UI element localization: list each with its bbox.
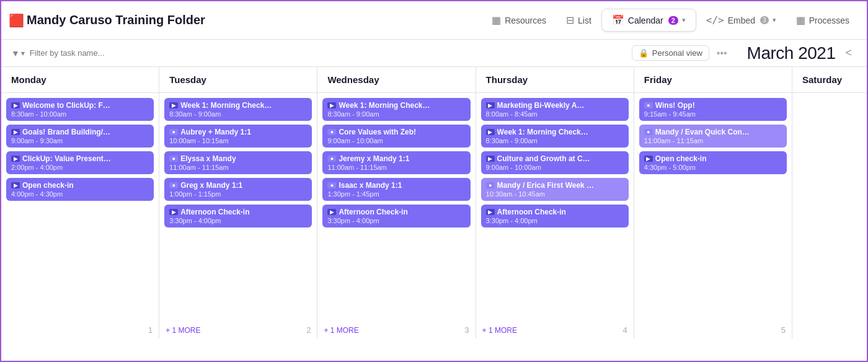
event-card[interactable]: ▶Open check-in4:30pm - 5:00pm	[639, 151, 787, 174]
event-time: 3:30pm - 4:00pm	[327, 217, 465, 224]
dot-icon: ●	[486, 182, 495, 188]
more-events-link[interactable]: + 1 MORE	[324, 326, 358, 335]
event-time: 8:30am - 9:00am	[327, 110, 465, 118]
event-card[interactable]: ▶Afternoon Check-in3:30pm - 4:00pm	[164, 205, 312, 227]
embed-chevron: ▾	[773, 16, 776, 24]
event-title: Jeremy x Mandy 1:1	[339, 154, 409, 163]
filter-chevron: ▾	[21, 49, 25, 58]
video-icon: ▶	[11, 182, 20, 188]
more-events-link[interactable]: + 1 MORE	[482, 326, 517, 335]
event-time: 10:30am - 10:45am	[486, 190, 624, 198]
event-card[interactable]: ▶Afternoon Check-in3:30pm - 4:00pm	[481, 205, 629, 227]
event-title: Elyssa x Mandy	[180, 154, 236, 163]
event-time: 11:00am - 11:15am	[169, 164, 307, 171]
tab-calendar[interactable]: 📅 Calendar 2 ▾	[601, 9, 696, 32]
event-card[interactable]: ▶Goals! Brand Building/…9:00am - 9:30am	[6, 125, 154, 148]
day-column-monday: ▶Welcome to ClickUp: F…8:30am - 10:00am▶…	[1, 93, 159, 338]
event-title: Open check-in	[22, 181, 74, 190]
event-time: 9:00am - 10:00am	[486, 164, 624, 171]
day-number: 1	[148, 325, 153, 335]
event-card[interactable]: ●Greg x Mandy 1:11:00pm - 1:15pm	[164, 178, 312, 201]
event-card[interactable]: ▶Week 1: Morning Check…8:30am - 9:00am	[322, 98, 470, 121]
event-title: Afternoon Check-in	[339, 208, 407, 216]
event-title: Core Values with Zeb!	[339, 128, 416, 136]
tab-resources[interactable]: ▦ Resources	[482, 9, 556, 31]
event-title: Mandy / Evan Quick Con…	[655, 128, 750, 136]
day-number: 3	[464, 325, 469, 335]
lock-icon: 🔒	[639, 48, 649, 58]
video-icon: ▶	[169, 102, 178, 108]
event-card[interactable]: ●Elyssa x Mandy11:00am - 11:15am	[164, 151, 312, 174]
list-icon: ⊟	[566, 14, 574, 26]
app-title: Mandy Caruso Training Folder	[27, 13, 205, 27]
day-number: 5	[781, 325, 786, 335]
event-title: Marketing Bi-Weekly A…	[497, 101, 585, 110]
event-time: 8:30am - 10:00am	[11, 110, 149, 118]
event-card[interactable]: ▶Marketing Bi-Weekly A…8:00am - 8:45am	[481, 98, 629, 121]
event-time: 4:30pm - 5:00pm	[644, 164, 782, 171]
video-icon: ▶	[486, 156, 495, 162]
tab-processes[interactable]: ▦ Processes	[786, 9, 859, 31]
app-header: 🟥 Mandy Caruso Training Folder ▦ Resourc…	[1, 1, 867, 40]
event-time: 11:00am - 11:15am	[644, 137, 782, 144]
event-card[interactable]: ●Mandy / Erica First Week …10:30am - 10:…	[481, 178, 629, 201]
month-title: March 2021	[747, 43, 836, 63]
event-card[interactable]: ▶Week 1: Morning Check…8:30am - 9:00am	[481, 125, 629, 148]
event-card[interactable]: ●Core Values with Zeb!9:00am - 10:00am	[322, 125, 470, 148]
event-card[interactable]: ●Wins! Opp!9:15am - 9:45am	[639, 98, 787, 121]
event-card[interactable]: ●Isaac x Mandy 1:11:30pm - 1:45pm	[322, 178, 470, 201]
event-title: Culture and Growth at C…	[497, 154, 590, 163]
event-card[interactable]: ●Aubrey + Mandy 1:110:00am - 10:15am	[164, 125, 312, 148]
event-time: 2:00pm - 4:00pm	[11, 164, 149, 171]
event-time: 11:00am - 11:15am	[327, 164, 465, 171]
dot-icon: ●	[169, 129, 178, 135]
header-thursday: Thursday	[476, 67, 634, 92]
video-icon: ▶	[327, 102, 336, 108]
embed-icon: </>	[706, 14, 724, 26]
resources-icon: ▦	[492, 14, 501, 26]
event-card[interactable]: ▶Afternoon Check-in3:30pm - 4:00pm	[322, 205, 470, 227]
tab-embed[interactable]: </> Embed 3 ▾	[696, 9, 786, 31]
header-wednesday: Wednesday	[317, 67, 476, 92]
calendar-chevron: ▾	[682, 16, 686, 24]
video-icon: ▶	[11, 129, 20, 135]
event-card[interactable]: ▶Open check-in4:00pm - 4:30pm	[6, 178, 154, 201]
event-card[interactable]: ▶ClickUp: Value Present…2:00pm - 4:00pm	[6, 151, 154, 174]
event-card[interactable]: ▶Welcome to ClickUp: F…8:30am - 10:00am	[6, 98, 154, 121]
event-title: Afternoon Check-in	[180, 208, 249, 216]
tab-list[interactable]: ⊟ List	[556, 9, 601, 31]
event-time: 4:00pm - 4:30pm	[11, 190, 149, 198]
sub-toolbar: ▼ ▾ 🔒 Personal view ••• March 2021 <	[1, 40, 867, 67]
video-icon: ▶	[486, 102, 495, 108]
filter-input[interactable]	[30, 48, 632, 58]
filter-icon: ▼	[11, 48, 20, 58]
dot-icon: ●	[644, 129, 653, 135]
personal-view-button[interactable]: 🔒 Personal view	[632, 45, 709, 61]
dot-icon: ●	[169, 182, 178, 188]
calendar-icon: 📅	[612, 14, 624, 26]
day-column-thursday: ▶Marketing Bi-Weekly A…8:00am - 8:45am▶W…	[476, 93, 634, 338]
event-card[interactable]: ●Mandy / Evan Quick Con…11:00am - 11:15a…	[639, 125, 787, 148]
event-title: ClickUp: Value Present…	[22, 154, 111, 163]
day-number: 2	[306, 325, 311, 335]
more-events-link[interactable]: + 1 MORE	[166, 326, 200, 335]
event-card[interactable]: ●Jeremy x Mandy 1:111:00am - 11:15am	[322, 151, 470, 174]
processes-icon: ▦	[796, 14, 805, 26]
event-title: Welcome to ClickUp: F…	[22, 101, 110, 110]
event-time: 9:00am - 9:30am	[11, 137, 149, 144]
header-monday: Monday	[1, 67, 159, 92]
dot-icon: ●	[327, 156, 336, 162]
video-icon: ▶	[11, 102, 20, 108]
calendar: Monday Tuesday Wednesday Thursday Friday…	[1, 67, 867, 338]
video-icon: ▶	[327, 209, 336, 215]
event-title: Greg x Mandy 1:1	[180, 181, 242, 190]
dot-icon: ●	[327, 129, 336, 135]
event-time: 8:00am - 8:45am	[486, 110, 624, 118]
event-card[interactable]: ▶Culture and Growth at C…9:00am - 10:00a…	[481, 151, 629, 174]
prev-month-button[interactable]: <	[840, 44, 857, 62]
header-friday: Friday	[634, 67, 792, 92]
dot-icon: ●	[644, 102, 653, 108]
event-card[interactable]: ▶Week 1: Morning Check…8:30am - 9:00am	[164, 98, 312, 121]
more-options-button[interactable]: •••	[717, 48, 727, 59]
calendar-body: ▶Welcome to ClickUp: F…8:30am - 10:00am▶…	[1, 93, 867, 338]
